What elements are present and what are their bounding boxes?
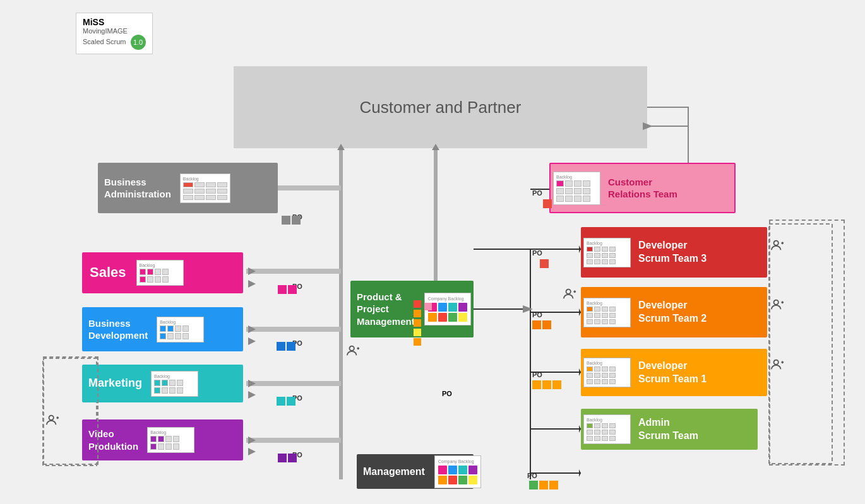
logo-box: MiSS MovingIMAGE Scaled Scrum 1.0 — [76, 13, 153, 54]
video-indicators — [278, 454, 297, 462]
pm-pink-indicator — [424, 303, 432, 310]
po-ds1: PO — [532, 371, 542, 378]
version-badge: 1.0 — [131, 35, 146, 50]
biz-dev-label: BusinessDevelopment — [82, 311, 154, 348]
svg-marker-19 — [248, 337, 256, 345]
admin-scrum-team[interactable]: Backlog AdminScrum Team — [581, 409, 758, 450]
person-add-marketing-video[interactable] — [45, 413, 59, 430]
biz-dev-backlog: Backlog — [157, 317, 204, 343]
cr-backlog: Backlog — [553, 172, 600, 205]
management-indicators — [529, 481, 558, 489]
svg-marker-18 — [248, 280, 256, 288]
product-mgmt-indicators-left — [414, 300, 421, 346]
product-mgmt-team[interactable]: Product & ProjectManagement Company Back… — [350, 281, 474, 337]
po-cr: PO — [532, 189, 542, 197]
ds1-backlog: Backlog — [583, 358, 631, 387]
logo-title: MiSS — [83, 17, 146, 27]
ds3-indicator — [540, 259, 549, 268]
biz-dev-indicators — [277, 342, 295, 351]
dev-scrum1-team[interactable]: Backlog DeveloperScrum Team 1 — [581, 349, 767, 396]
ds1-indicators — [532, 380, 561, 389]
marketing-team[interactable]: Marketing Backlog — [82, 365, 243, 402]
customer-partner-box: Customer and Partner — [234, 66, 647, 148]
cr-indicator — [543, 199, 552, 208]
biz-admin-label: BusinessAdministration — [98, 170, 177, 207]
dev-scrum3-team[interactable]: Backlog DeveloperScrum Team 3 — [581, 227, 767, 278]
biz-dev-team[interactable]: BusinessDevelopment Backlog — [82, 307, 243, 351]
ds1-label: DeveloperScrum Team 1 — [633, 355, 712, 391]
video-prod-team[interactable]: VideoProduktion Backlog — [82, 419, 243, 460]
sales-indicators — [278, 285, 297, 294]
ds3-label: DeveloperScrum Team 3 — [633, 234, 712, 271]
svg-marker-21 — [248, 448, 256, 455]
svg-marker-20 — [248, 391, 256, 399]
biz-admin-backlog: Backlog — [180, 173, 230, 203]
person-add-left[interactable] — [346, 344, 360, 361]
cr-label: CustomerRelations Team — [603, 171, 683, 206]
video-prod-backlog: Backlog — [147, 427, 194, 453]
ds3-backlog: Backlog — [583, 238, 631, 267]
dev-scrum2-team[interactable]: Backlog DeveloperScrum Team 2 — [581, 287, 767, 337]
marketing-indicators — [277, 397, 295, 406]
po-ds2: PO — [532, 311, 542, 319]
svg-marker-14 — [248, 325, 256, 333]
dashed-left-box — [43, 356, 98, 465]
management-label: Management — [357, 459, 431, 484]
po-product-mgmt: PO — [442, 390, 452, 397]
marketing-backlog: Backlog — [151, 371, 198, 397]
as-label: AdminScrum Team — [633, 411, 703, 448]
person-add-product[interactable] — [563, 287, 576, 304]
sales-team[interactable]: Sales Backlog — [82, 252, 243, 293]
sales-backlog: Backlog — [136, 260, 184, 286]
svg-marker-16 — [248, 437, 256, 444]
management-company-backlog: Company Backlog — [434, 455, 481, 488]
po-management: PO — [527, 472, 537, 479]
as-backlog: Backlog — [583, 414, 631, 444]
ds2-label: DeveloperScrum Team 2 — [633, 294, 712, 331]
svg-marker-13 — [248, 267, 256, 275]
management-team[interactable]: Management Company Backlog — [357, 454, 474, 489]
svg-marker-33 — [579, 469, 581, 477]
svg-point-40 — [566, 290, 571, 294]
biz-admin-team[interactable]: BusinessAdministration Backlog — [98, 163, 278, 213]
biz-admin-indicators — [282, 216, 301, 225]
dashed-right-box — [769, 220, 845, 466]
sales-label: Sales — [82, 257, 134, 288]
svg-point-52 — [49, 416, 54, 420]
po-ds3: PO — [532, 249, 542, 257]
product-mgmt-label: Product & ProjectManagement — [350, 284, 421, 334]
svg-point-37 — [350, 346, 354, 351]
customer-relations-team[interactable]: Backlog CustomerRelations Team — [549, 163, 736, 213]
logo-subtitle: MovingIMAGE Scaled Scrum 1.0 — [83, 27, 146, 50]
ds2-backlog: Backlog — [583, 298, 631, 327]
svg-marker-15 — [248, 380, 256, 387]
ds2-indicators — [532, 320, 551, 329]
